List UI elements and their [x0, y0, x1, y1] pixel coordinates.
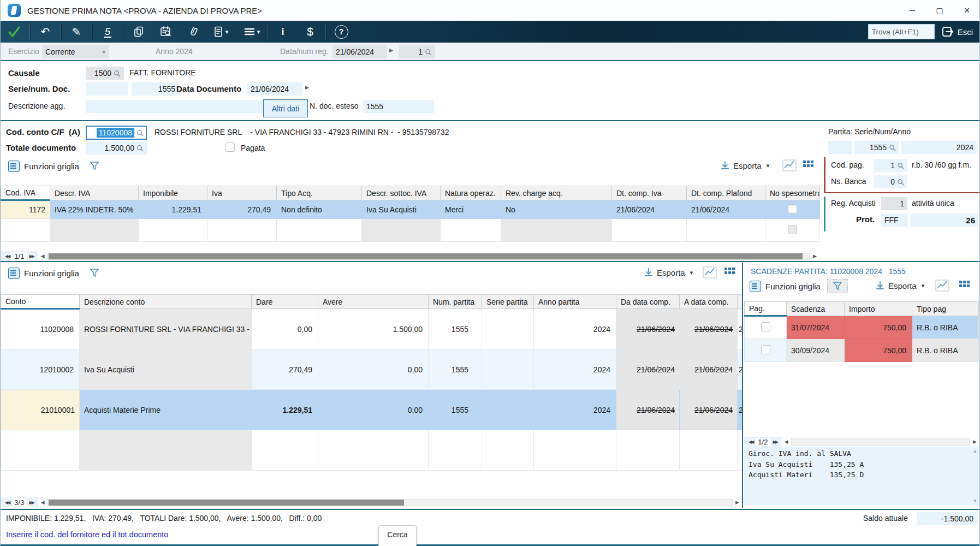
cell[interactable] [482, 390, 534, 430]
cell[interactable]: 2024 [534, 390, 616, 430]
currency-button[interactable]: $ [296, 21, 324, 43]
cell[interactable] [429, 430, 482, 471]
calendar-search-button[interactable] [152, 21, 180, 43]
search-icon[interactable] [114, 70, 121, 77]
search-icon[interactable] [425, 49, 432, 56]
cell[interactable] [745, 316, 787, 339]
cell[interactable]: 0,00 [318, 390, 429, 430]
col-header[interactable]: Serie partita [482, 295, 534, 309]
iva-export-button[interactable]: Esporta ▾ [720, 161, 769, 170]
col-header[interactable]: Dt. comp. Iva [612, 186, 687, 200]
last-page-icon[interactable]: ▶▶ [27, 500, 35, 505]
descrizione-agg-field[interactable] [86, 100, 263, 113]
first-page-icon[interactable]: ◀◀ [3, 254, 11, 259]
col-header[interactable]: Importo [845, 302, 912, 316]
cell[interactable] [612, 219, 687, 242]
cell[interactable] [207, 219, 277, 242]
cell[interactable]: 21/06/2024 [687, 200, 765, 219]
cell[interactable] [1, 430, 80, 471]
altri-dati-button[interactable]: Altri dati [263, 99, 308, 117]
prot-serie-field[interactable]: FFF [881, 213, 907, 227]
funzioni-griglia-label[interactable]: Funzioni griglia [24, 162, 79, 171]
cell[interactable] [441, 219, 501, 242]
scadenza-row[interactable]: 30/09/2024 750,00 R.B. o RIBA [745, 339, 979, 362]
cell[interactable] [482, 430, 534, 471]
cell[interactable] [765, 200, 820, 219]
cell[interactable]: 21/06/2024 [616, 390, 680, 430]
cell[interactable]: 270,49 [252, 349, 318, 390]
close-button[interactable]: ✕ [953, 0, 980, 21]
reg-acquisti-field[interactable]: 1 [881, 197, 907, 210]
cell[interactable]: 0,00 [252, 309, 318, 349]
cell[interactable]: 270,49 [207, 200, 277, 219]
scroll-right-icon[interactable]: ▶ [970, 439, 979, 444]
cell[interactable]: 31/07/2024 [787, 316, 845, 339]
layout-grid-icon[interactable] [803, 161, 813, 167]
cell[interactable]: ROSSI FORNITURE SRL - VIA FRANCHIGI 33 -… [80, 309, 252, 349]
chart-icon[interactable] [935, 280, 949, 292]
search-icon[interactable] [889, 144, 896, 151]
col-header[interactable]: Imponibile [139, 186, 207, 200]
scroll-down-icon[interactable]: ▼ [973, 497, 976, 505]
cell[interactable] [680, 430, 738, 471]
cell[interactable]: No [501, 200, 612, 219]
cell[interactable]: 1555 [429, 309, 482, 349]
filter-button-active[interactable] [827, 279, 848, 293]
cell[interactable]: 0,00 [318, 349, 429, 390]
first-page-icon[interactable]: ◀◀ [746, 440, 755, 444]
pagata-checkbox[interactable] [761, 345, 770, 354]
col-header[interactable]: Da data comp. [616, 295, 680, 309]
col-header[interactable]: Tipo Acq. [277, 186, 362, 200]
iva-row-empty[interactable] [1, 219, 820, 242]
data-reg-field[interactable]: 21/06/2024 [332, 45, 387, 58]
cerca-tooltip[interactable]: Cerca [378, 525, 417, 546]
cell[interactable]: 21/06/2024 [616, 309, 680, 349]
ns-banca-field[interactable]: 0 [874, 175, 907, 188]
minimize-button[interactable]: ─ [899, 0, 926, 21]
search-icon[interactable] [897, 162, 904, 169]
conti-row-selected[interactable]: 21010001 Acquisti Materie Prime 1.229,51… [1, 390, 743, 430]
cell[interactable] [277, 219, 362, 242]
col-header[interactable]: Natura operaz. [441, 186, 501, 200]
exit-button[interactable]: Esci [941, 26, 973, 38]
partita-anno-field[interactable]: 2024 [901, 141, 977, 154]
col-header[interactable]: A data comp. [680, 295, 738, 309]
esercizio-select[interactable]: Corrente ▾ [42, 45, 109, 58]
cell[interactable]: R.B. o RIBA [912, 339, 979, 362]
pagata-checkbox[interactable] [761, 322, 770, 331]
funzioni-griglia-label[interactable]: Funzioni griglia [24, 269, 79, 278]
num-doc-field[interactable]: 1555 [132, 82, 179, 96]
grid-functions-icon[interactable] [8, 161, 20, 172]
cell[interactable] [80, 430, 252, 471]
help-button[interactable]: ? [328, 21, 355, 43]
cell[interactable]: 21/06/2024 [680, 390, 738, 430]
scroll-up-icon[interactable]: ▲ [973, 448, 976, 455]
cell[interactable]: Acquisti Materie Prime [80, 390, 252, 430]
col-header[interactable]: Iva [207, 186, 277, 200]
col-header[interactable]: Dt. comp. Plafond [687, 186, 765, 200]
col-header[interactable]: Dare [252, 295, 318, 309]
cell[interactable] [1, 219, 50, 242]
num-reg-field[interactable]: 1 [399, 45, 435, 58]
copy-button[interactable] [125, 21, 152, 43]
partita-serie-field[interactable] [828, 141, 852, 154]
col-header[interactable]: Tipo pag [912, 302, 979, 316]
cell[interactable]: 11020008 [1, 309, 80, 349]
scroll-right-icon[interactable]: ▶ [733, 500, 742, 505]
layout-grid-icon[interactable] [724, 268, 735, 274]
cell[interactable] [318, 430, 429, 471]
scadenze-export-button[interactable]: Esporta ▾ [875, 281, 924, 290]
prot-num-field[interactable]: 26 [911, 213, 978, 227]
edit-button[interactable]: ✎ [63, 21, 90, 43]
cell[interactable] [482, 349, 534, 390]
n-doc-esteso-field[interactable]: 1555 [363, 100, 434, 113]
filter-icon[interactable] [89, 161, 100, 171]
scroll-right-icon[interactable]: ▶ [810, 253, 819, 259]
date-next-icon[interactable]: ▶ [389, 48, 393, 53]
h-scrollbar[interactable] [791, 438, 970, 446]
attachment-button[interactable] [180, 21, 207, 43]
cod-conto-input[interactable]: 11020008 [86, 126, 147, 140]
cell[interactable] [252, 430, 318, 471]
cell[interactable] [745, 339, 787, 362]
find-input[interactable] [868, 24, 935, 39]
